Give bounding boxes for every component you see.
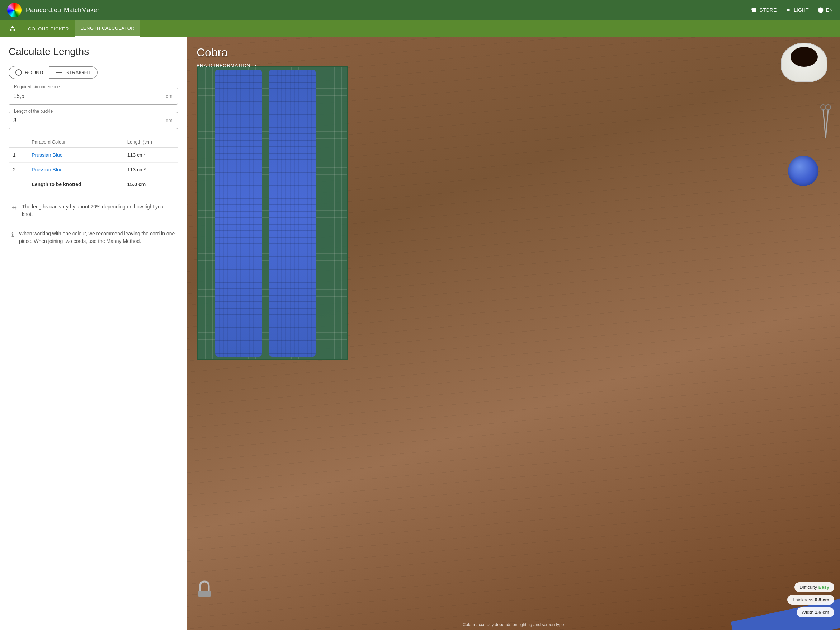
braid-column-1 <box>215 69 262 357</box>
globe-icon <box>817 7 824 13</box>
light-icon <box>785 7 791 13</box>
tab-length-calculator[interactable]: LENGTH CALCULATOR <box>74 20 140 37</box>
brand-name: Paracord.eu <box>26 6 61 14</box>
sub-nav: COLOUR PICKER LENGTH CALCULATOR <box>0 20 840 37</box>
paracord-spool <box>788 156 818 186</box>
shape-toggle: ROUND STRAIGHT <box>9 66 178 79</box>
table-footer-row: Length to be knotted 15.0 cm <box>9 177 178 192</box>
scissors <box>820 102 835 159</box>
straight-icon <box>56 72 62 73</box>
round-button[interactable]: ROUND <box>9 66 49 79</box>
image-footer: Colour accuracy depends on lighting and … <box>186 622 840 627</box>
thickness-value: 0.8 cm <box>815 597 829 602</box>
page-title: Calculate Lengths <box>9 46 178 57</box>
svg-point-0 <box>787 9 790 11</box>
light-toggle[interactable]: LIGHT <box>785 7 808 13</box>
note-info: ℹ When working with one colour, we recom… <box>9 224 178 251</box>
store-icon <box>751 7 757 13</box>
svg-rect-6 <box>198 591 210 597</box>
buckle-label: Length of the buckle <box>13 109 54 114</box>
braid-info-button[interactable]: BRAID INFORMATION <box>197 62 258 68</box>
braid-column-2 <box>269 69 316 357</box>
buckle-unit: cm <box>166 118 178 123</box>
footer-label: Length to be knotted <box>27 177 123 192</box>
colour-link-1[interactable]: Prussian Blue <box>32 152 62 158</box>
difficulty-value: Easy <box>818 584 829 590</box>
svg-point-2 <box>821 105 826 110</box>
asterisk-icon: ✳ <box>11 204 17 212</box>
width-badge: Width 1.6 cm <box>797 607 834 617</box>
round-icon <box>16 69 22 76</box>
circumference-unit: cm <box>166 93 178 99</box>
straight-button[interactable]: STRAIGHT <box>49 66 98 79</box>
circumference-label: Required circumference <box>13 84 61 89</box>
lang-label: EN <box>826 7 833 13</box>
row-num: 2 <box>9 163 27 177</box>
tab-colour-picker[interactable]: COLOUR PICKER <box>22 20 74 37</box>
row-length: 113 cm* <box>123 148 178 163</box>
note-variance: ✳ The lengths can vary by about 20% depe… <box>9 197 178 224</box>
coffee-cup <box>781 43 831 89</box>
store-link[interactable]: STORE <box>751 7 777 13</box>
store-label: STORE <box>759 7 777 13</box>
row-num: 1 <box>9 148 27 163</box>
col-colour-header: Paracord Colour <box>27 136 123 148</box>
left-panel: Calculate Lengths ROUND STRAIGHT Require… <box>0 37 186 630</box>
difficulty-badge: Difficulty Easy <box>794 582 834 592</box>
svg-line-5 <box>826 110 828 138</box>
width-value: 1.6 cm <box>815 609 829 615</box>
note-variance-text: The lengths can vary by about 20% depend… <box>22 203 175 218</box>
circumference-input[interactable] <box>9 88 166 104</box>
svg-point-3 <box>826 105 831 110</box>
home-button[interactable] <box>6 25 19 33</box>
info-icon: ℹ <box>11 231 14 238</box>
top-nav: Paracord.eu MatchMaker STORE LIGHT EN <box>0 0 840 20</box>
chevron-down-icon <box>253 62 258 68</box>
light-label: LIGHT <box>794 7 808 13</box>
row-length: 113 cm* <box>123 163 178 177</box>
metal-shackle <box>197 580 215 601</box>
table-row: 1 Prussian Blue 113 cm* <box>9 148 178 163</box>
results-table: Paracord Colour Length (cm) 1 Prussian B… <box>9 136 178 192</box>
note-info-text: When working with one colour, we recomme… <box>19 230 175 245</box>
colour-link-2[interactable]: Prussian Blue <box>32 167 62 172</box>
logo-icon[interactable] <box>7 3 22 17</box>
col-num-header <box>9 136 27 148</box>
row-colour: Prussian Blue <box>27 163 123 177</box>
product-name: MatchMaker <box>64 6 99 14</box>
badge-group: Difficulty Easy Thickness 0.8 cm Width 1… <box>787 582 834 617</box>
buckle-input[interactable] <box>9 112 166 129</box>
svg-line-4 <box>823 110 826 138</box>
col-length-header: Length (cm) <box>123 136 178 148</box>
home-icon <box>9 25 16 33</box>
braid-title: Cobra <box>197 46 228 59</box>
footer-value: 15.0 cm <box>123 177 178 192</box>
thickness-badge: Thickness 0.8 cm <box>787 595 834 605</box>
circumference-field-group: Required circumference cm <box>9 88 178 105</box>
main-layout: Calculate Lengths ROUND STRAIGHT Require… <box>0 37 840 630</box>
row-colour: Prussian Blue <box>27 148 123 163</box>
nav-actions: STORE LIGHT EN <box>751 7 833 13</box>
buckle-field-group: Length of the buckle cm <box>9 112 178 129</box>
table-row: 2 Prussian Blue 113 cm* <box>9 163 178 177</box>
lang-selector[interactable]: EN <box>817 7 833 13</box>
right-panel: Cobra BRAID INFORMATION Difficulty Easy … <box>186 37 840 630</box>
